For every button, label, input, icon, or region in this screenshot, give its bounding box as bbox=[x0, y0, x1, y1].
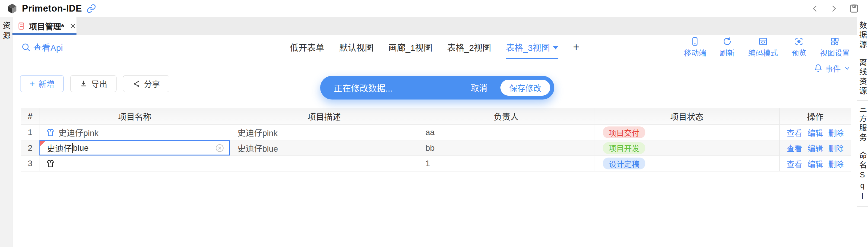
view-link[interactable]: 查看 bbox=[787, 160, 802, 169]
owner-cell[interactable]: 1 bbox=[418, 156, 594, 172]
view-tab-table-2[interactable]: 表格_2视图 bbox=[447, 35, 491, 59]
col-header-owner: 负责人 bbox=[418, 108, 594, 125]
view-tabs: 低开表单 默认视图 画廊_1视图 表格_2视图 表格_3视图 + bbox=[290, 35, 579, 59]
description-cell[interactable]: 史迪仔blue bbox=[230, 140, 418, 156]
operations-cell: 查看编辑删除 bbox=[780, 140, 851, 156]
app-title: Primeton-IDE bbox=[22, 3, 82, 14]
refresh-icon bbox=[722, 37, 732, 46]
sidebar-item-resources[interactable]: 资源 bbox=[1, 17, 11, 247]
status-badge: 项目交付 bbox=[603, 127, 645, 138]
sidebar-item-datasource[interactable]: 数据源 bbox=[857, 17, 868, 54]
status-badge: 设计定稿 bbox=[603, 157, 645, 169]
sidebar-item-third-party-services[interactable]: 三方服务 bbox=[857, 101, 868, 147]
action-buttons-row: + 新增 导出 分享 bbox=[20, 75, 169, 92]
projects-grid: # 项目名称 项目描述 负责人 项目状态 操作 1 bbox=[21, 108, 851, 172]
text-caret bbox=[72, 143, 73, 153]
preview-button[interactable]: 预览 bbox=[792, 37, 806, 58]
tab-project-management[interactable]: 项目管理* bbox=[12, 17, 76, 35]
row-index: 3 bbox=[21, 156, 39, 172]
view-action-buttons: 移动端 刷新 编码模式 预览 bbox=[684, 35, 849, 59]
share-link-icon[interactable] bbox=[87, 4, 96, 13]
status-badge: 项目开发 bbox=[603, 142, 645, 154]
edit-link[interactable]: 编辑 bbox=[808, 129, 823, 138]
saving-toast: 正在修改数据... 取消 保存修改 bbox=[320, 76, 554, 100]
delete-link[interactable]: 删除 bbox=[828, 129, 844, 138]
toast-cancel-button[interactable]: 取消 bbox=[471, 82, 487, 94]
col-header-description: 项目描述 bbox=[230, 108, 418, 125]
preview-icon bbox=[794, 37, 804, 46]
code-mode-button[interactable]: 编码模式 bbox=[748, 37, 778, 58]
operations-cell: 查看编辑删除 bbox=[780, 125, 851, 140]
view-toolbar: 查看Api 低开表单 默认视图 画廊_1视图 表格_2视图 表格_3视图 + 移… bbox=[12, 35, 857, 59]
add-view-button[interactable]: + bbox=[573, 35, 579, 59]
view-api-link[interactable]: 查看Api bbox=[21, 35, 63, 59]
view-link[interactable]: 查看 bbox=[787, 129, 802, 138]
view-tab-table-3-active[interactable]: 表格_3视图 bbox=[506, 35, 558, 59]
tab-label: 项目管理* bbox=[29, 21, 64, 32]
add-button[interactable]: + 新增 bbox=[20, 75, 64, 92]
nav-back-icon[interactable] bbox=[810, 4, 819, 13]
app-logo-icon bbox=[6, 3, 18, 14]
left-sidebar: 资源 bbox=[0, 17, 12, 247]
save-icon[interactable] bbox=[849, 4, 859, 13]
name-cell[interactable] bbox=[39, 156, 230, 172]
row-index: 2 bbox=[21, 140, 39, 156]
view-tab-default-view[interactable]: 默认视图 bbox=[339, 35, 374, 59]
search-icon bbox=[21, 43, 30, 51]
top-bar: Primeton-IDE bbox=[0, 0, 868, 17]
nav-forward-icon[interactable] bbox=[830, 4, 838, 13]
name-cell-editing[interactable]: 史迪仔 blue bbox=[39, 140, 230, 156]
table-row-editing: 2 史迪仔 blue 史迪仔blue bbox=[21, 140, 851, 156]
center-region: 项目管理* 查看Api 低开表单 默认视图 画廊_1视图 表格_2视图 表格_3… bbox=[12, 17, 857, 247]
name-cell[interactable]: 史迪仔pink bbox=[39, 125, 230, 140]
bell-icon bbox=[814, 64, 823, 72]
sidebar-item-named-sql[interactable]: 命名Sql bbox=[857, 147, 868, 207]
toast-message: 正在修改数据... bbox=[334, 81, 471, 94]
owner-cell[interactable]: bb bbox=[418, 140, 594, 156]
document-tab-bar: 项目管理* bbox=[12, 17, 857, 35]
view-settings-icon bbox=[830, 37, 840, 46]
primeton-ide-window: Primeton-IDE 资源 数据源 离线资源 三方服务 命名Sql 项目管 bbox=[0, 0, 868, 247]
mobile-icon bbox=[690, 37, 700, 46]
operations-cell: 查看编辑删除 bbox=[780, 156, 851, 172]
description-cell[interactable] bbox=[230, 156, 418, 172]
view-settings-button[interactable]: 视图设置 bbox=[820, 37, 849, 58]
plus-icon: + bbox=[29, 79, 35, 89]
col-header-name: 项目名称 bbox=[39, 108, 230, 125]
status-cell[interactable]: 项目开发 bbox=[594, 140, 780, 156]
shirt-icon bbox=[46, 128, 55, 137]
modified-corner-marker bbox=[40, 141, 45, 146]
status-cell[interactable]: 设计定稿 bbox=[594, 156, 780, 172]
description-cell[interactable]: 史迪仔pink bbox=[230, 125, 418, 140]
col-header-operations: 操作 bbox=[780, 108, 851, 125]
chevron-down-icon bbox=[844, 65, 851, 72]
events-dropdown[interactable]: 事件 bbox=[814, 62, 851, 75]
toast-save-button[interactable]: 保存修改 bbox=[500, 80, 550, 96]
view-tab-lowcode-form[interactable]: 低开表单 bbox=[290, 35, 324, 59]
delete-link[interactable]: 删除 bbox=[828, 144, 844, 153]
cell-edit-input[interactable]: 史迪仔 blue bbox=[39, 140, 230, 155]
refresh-button[interactable]: 刷新 bbox=[720, 37, 735, 58]
view-link[interactable]: 查看 bbox=[787, 144, 802, 153]
right-sidebar: 数据源 离线资源 三方服务 命名Sql bbox=[857, 17, 868, 247]
shirt-icon bbox=[46, 159, 55, 168]
col-header-status: 项目状态 bbox=[594, 108, 780, 125]
chevron-down-icon bbox=[553, 46, 558, 49]
code-mode-icon bbox=[758, 37, 768, 46]
close-icon[interactable] bbox=[69, 22, 77, 30]
delete-link[interactable]: 删除 bbox=[828, 160, 844, 169]
sidebar-item-offline-resources[interactable]: 离线资源 bbox=[857, 54, 868, 101]
edit-link[interactable]: 编辑 bbox=[808, 144, 823, 153]
clear-input-icon[interactable] bbox=[215, 143, 224, 153]
owner-cell[interactable]: aa bbox=[418, 125, 594, 140]
mobile-preview-button[interactable]: 移动端 bbox=[684, 37, 706, 58]
edit-link[interactable]: 编辑 bbox=[808, 160, 823, 169]
share-icon bbox=[132, 80, 141, 88]
share-button[interactable]: 分享 bbox=[123, 75, 169, 92]
download-icon bbox=[80, 80, 88, 88]
status-cell[interactable]: 项目交付 bbox=[594, 125, 780, 140]
table-row: 1 史迪仔pink 史迪仔pink aa 项目交付 bbox=[21, 125, 851, 140]
col-header-index: # bbox=[21, 108, 39, 125]
view-tab-gallery-1[interactable]: 画廊_1视图 bbox=[389, 35, 432, 59]
export-button[interactable]: 导出 bbox=[70, 75, 117, 92]
